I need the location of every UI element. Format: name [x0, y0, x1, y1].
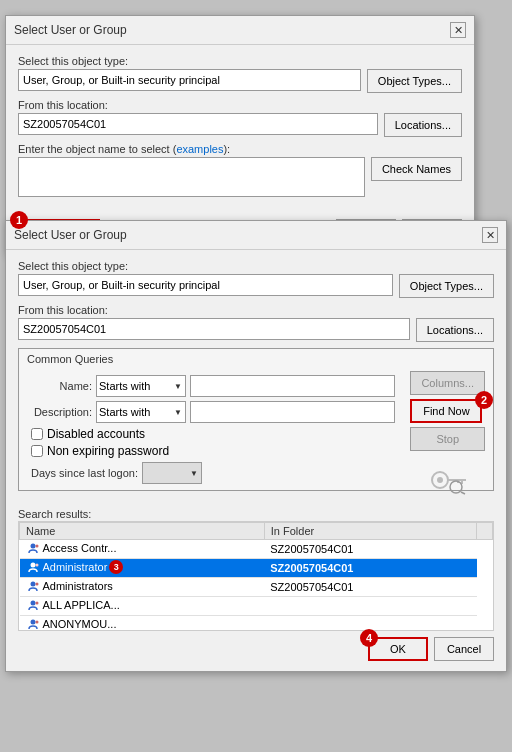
result-folder-cell: SZ20057054C01	[264, 540, 476, 559]
days-logon-select[interactable]: 30 60 90	[142, 462, 202, 484]
description-condition-select[interactable]: Starts with Is exactly	[96, 401, 186, 423]
result-name-text: ANONYMOU...	[43, 618, 117, 630]
result-name-text: Administrators	[43, 580, 113, 592]
svg-point-12	[35, 583, 38, 586]
result-name-text: ALL APPLICA...	[43, 599, 120, 611]
badge-1: 1	[10, 211, 28, 229]
dialog-select-user-1: Select User or Group ✕ Select this objec…	[5, 15, 475, 254]
table-row[interactable]: ANONYMOU...	[20, 616, 493, 631]
examples-link-1[interactable]: examples	[176, 143, 223, 155]
columns-button[interactable]: Columns...	[410, 371, 485, 395]
object-type-input-2[interactable]	[18, 274, 393, 296]
dialog-select-user-2: Select User or Group ✕ Select this objec…	[5, 220, 507, 672]
svg-point-16	[35, 621, 38, 624]
name-condition-select[interactable]: Starts with Is exactly	[96, 375, 186, 397]
result-name-cell: ALL APPLICA...	[20, 597, 265, 616]
user-group-icon	[26, 618, 40, 631]
col-scroll-header	[477, 523, 493, 540]
non-expiring-row: Non expiring password	[27, 444, 395, 458]
locations-button-2[interactable]: Locations...	[416, 318, 494, 342]
table-row[interactable]: ALL APPLICA...	[20, 597, 493, 616]
result-name-cell: Access Contr...	[20, 540, 265, 559]
location-label-1: From this location:	[18, 99, 462, 111]
location-input-1[interactable]	[18, 113, 378, 135]
result-name-cell: Administrators	[20, 578, 265, 597]
name-starts-with-wrapper: Starts with Is exactly	[96, 375, 186, 397]
result-name-cell: ANONYMOU...	[20, 616, 265, 631]
description-query-label: Description:	[27, 406, 92, 418]
name-query-label: Name:	[27, 380, 92, 392]
object-type-label-1: Select this object type:	[18, 55, 462, 67]
table-row[interactable]: Access Contr...SZ20057054C01	[20, 540, 493, 559]
non-expiring-label: Non expiring password	[47, 444, 169, 458]
disabled-accounts-checkbox[interactable]	[31, 428, 43, 440]
disabled-accounts-label: Disabled accounts	[47, 427, 145, 441]
days-logon-label: Days since last logon:	[31, 467, 138, 479]
dialog-1-title: Select User or Group	[14, 23, 127, 37]
search-results-label: Search results:	[18, 508, 91, 520]
col-name-header: Name	[20, 523, 265, 540]
description-query-input[interactable]	[190, 401, 395, 423]
table-row[interactable]: AdministratorsSZ20057054C01	[20, 578, 493, 597]
svg-point-10	[35, 564, 38, 567]
object-type-input-1[interactable]	[18, 69, 361, 91]
dialog-1-close-button[interactable]: ✕	[450, 22, 466, 38]
common-queries-title: Common Queries	[19, 349, 493, 369]
location-input-2[interactable]	[18, 318, 410, 340]
stop-button[interactable]: Stop	[410, 427, 485, 451]
user-group-icon	[26, 580, 40, 594]
svg-point-5	[450, 481, 462, 493]
results-scroll-area[interactable]: Name In Folder Access Contr...SZ20057054…	[18, 521, 494, 631]
days-logon-row: Days since last logon: 30 60 90	[27, 462, 395, 484]
non-expiring-checkbox[interactable]	[31, 445, 43, 457]
object-types-button-1[interactable]: Object Types...	[367, 69, 462, 93]
user-group-icon	[26, 599, 40, 613]
object-types-button-2[interactable]: Object Types...	[399, 274, 494, 298]
object-name-input-1[interactable]	[18, 157, 365, 197]
svg-point-15	[30, 620, 35, 625]
svg-point-13	[30, 601, 35, 606]
svg-point-9	[30, 563, 35, 568]
svg-point-11	[30, 582, 35, 587]
svg-line-6	[461, 492, 465, 494]
result-name-cell: Administrator3	[20, 559, 265, 578]
svg-point-14	[35, 602, 38, 605]
result-name-text: Administrator3	[43, 561, 124, 573]
disabled-accounts-row: Disabled accounts	[27, 427, 395, 441]
find-now-button[interactable]: Find Now	[410, 399, 482, 423]
dialog-2-close-button[interactable]: ✕	[482, 227, 498, 243]
svg-point-8	[35, 545, 38, 548]
result-folder-cell: SZ20057054C01	[264, 559, 476, 578]
badge-2: 2	[475, 391, 493, 409]
description-query-row: Description: Starts with Is exactly	[27, 401, 395, 423]
common-queries-content: Name: Starts with Is exactly Description…	[19, 369, 493, 490]
check-names-button-1[interactable]: Check Names	[371, 157, 462, 181]
locations-button-1[interactable]: Locations...	[384, 113, 462, 137]
table-row[interactable]: Administrator3SZ20057054C01	[20, 559, 493, 578]
results-table: Name In Folder Access Contr...SZ20057054…	[19, 522, 493, 631]
description-starts-with-wrapper: Starts with Is exactly	[96, 401, 186, 423]
common-queries-box: Common Queries Name: Starts with Is exac…	[18, 348, 494, 491]
dialog-2-buttons: OK 4 Cancel	[6, 631, 506, 671]
object-type-label-2: Select this object type:	[18, 260, 494, 272]
svg-point-7	[30, 544, 35, 549]
cancel-button-2[interactable]: Cancel	[434, 637, 494, 661]
key-icon-area	[410, 465, 485, 498]
name-query-row: Name: Starts with Is exactly	[27, 375, 395, 397]
dialog-2-titlebar: Select User or Group ✕	[6, 221, 506, 250]
days-logon-wrapper: 30 60 90	[142, 462, 202, 484]
dialog-1-titlebar: Select User or Group ✕	[6, 16, 474, 45]
user-group-icon	[26, 542, 40, 556]
svg-point-1	[437, 477, 443, 483]
result-folder-cell	[264, 597, 476, 616]
user-group-icon	[26, 561, 40, 575]
name-query-input[interactable]	[190, 375, 395, 397]
location-label-2: From this location:	[18, 304, 494, 316]
key-icon	[428, 465, 468, 495]
result-folder-cell: SZ20057054C01	[264, 578, 476, 597]
badge-4: 4	[360, 629, 378, 647]
object-name-label-1: Enter the object name to select (example…	[18, 143, 462, 155]
col-folder-header: In Folder	[264, 523, 476, 540]
dialog-2-title: Select User or Group	[14, 228, 127, 242]
badge-3: 3	[109, 560, 123, 574]
